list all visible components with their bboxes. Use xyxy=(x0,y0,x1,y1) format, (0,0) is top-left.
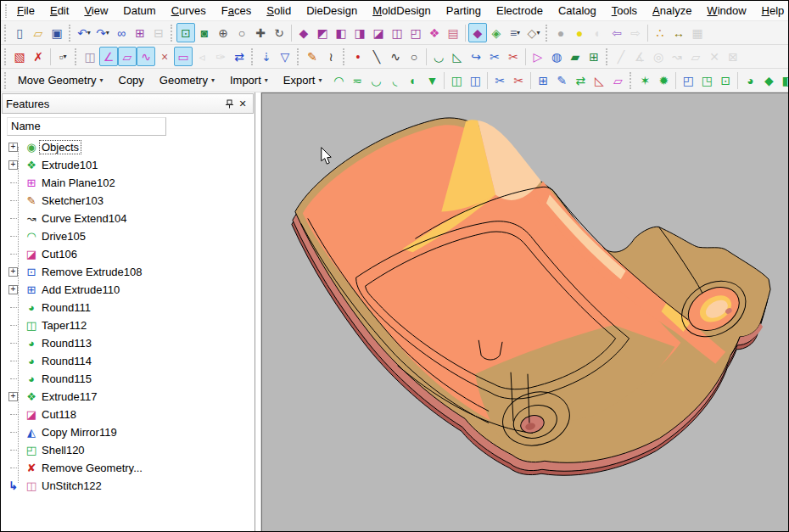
solid-hole-icon[interactable]: ⊡ xyxy=(716,70,735,90)
dropdown-arrow-icon[interactable]: ▾ xyxy=(265,76,268,84)
menu-help[interactable]: Help xyxy=(754,3,789,19)
tree-item-shell120[interactable]: ◰Shell120 xyxy=(1,441,255,459)
tree-item-round115[interactable]: ◕Round115 xyxy=(1,370,255,388)
tree-item-cut118[interactable]: ◪Cut118 xyxy=(1,406,255,423)
tree-item-remove-geometry[interactable]: ✘Remove Geometry... xyxy=(1,459,255,477)
menu-file[interactable]: File xyxy=(9,3,42,19)
menu-datum[interactable]: Datum xyxy=(115,3,163,19)
bend-surface-icon[interactable]: ◟ xyxy=(385,70,404,90)
pick-marquee-icon[interactable]: ▫▾ xyxy=(53,47,72,66)
revolve-surface-icon[interactable]: ◍ xyxy=(547,47,566,66)
redo-icon[interactable]: ↷▾ xyxy=(93,23,112,42)
add-material-icon[interactable]: ✶ xyxy=(635,70,654,90)
trim-curve-icon[interactable]: ✂ xyxy=(485,47,504,66)
menu-window[interactable]: Window xyxy=(699,3,753,19)
extend-curve-icon[interactable]: ↪ xyxy=(467,47,485,66)
sweep-surface-icon[interactable]: ▷ xyxy=(529,47,547,66)
replace-face-icon[interactable]: ⇄ xyxy=(571,70,590,90)
light-on-icon[interactable]: ● xyxy=(570,23,589,42)
tree-item-curve-extend104[interactable]: ↝Curve Extend104 xyxy=(1,210,255,227)
cut-curve-icon[interactable]: ✂ xyxy=(504,47,523,66)
remove-material-icon[interactable]: ✹ xyxy=(654,70,673,90)
pick-plane-icon[interactable]: ▭ xyxy=(174,47,193,66)
view-front-icon[interactable]: ◩ xyxy=(313,23,332,42)
round-corner-icon[interactable]: ◕ xyxy=(741,70,759,90)
pan-icon[interactable]: ✚ xyxy=(251,23,270,42)
tree-item-round111[interactable]: ◕Round111 xyxy=(1,299,255,316)
tree-item-objects[interactable]: +◉Objects xyxy=(1,138,255,156)
dropdown-arrow-icon[interactable]: ▾ xyxy=(87,30,91,36)
display-shaded-icon[interactable]: ◆ xyxy=(468,23,487,42)
tree-item-extrude117[interactable]: +❖Extrude117 xyxy=(1,388,255,406)
flip-normal-icon[interactable]: ◺ xyxy=(590,70,608,90)
open-shell-icon[interactable]: ◰ xyxy=(679,70,697,90)
zoom-window-icon[interactable]: ◙ xyxy=(195,23,214,42)
pick-face-icon[interactable]: ▱ xyxy=(118,47,137,66)
extend-surface-icon[interactable]: ≂ xyxy=(348,70,367,90)
view-back-icon[interactable]: ◫ xyxy=(388,23,406,42)
chamfer-curve-icon[interactable]: ◺ xyxy=(448,47,467,66)
menu-faces[interactable]: Faces xyxy=(214,3,259,19)
move-region-icon[interactable]: ⊞ xyxy=(534,70,552,90)
pin-icon[interactable] xyxy=(222,98,236,110)
tree-item-cut106[interactable]: ◪Cut106 xyxy=(1,245,255,263)
tree-item-copy-mirror119[interactable]: ◭Copy Mirror119 xyxy=(1,423,255,441)
fit-surface-icon[interactable]: ⊞ xyxy=(585,47,603,66)
menu-view[interactable]: View xyxy=(76,3,115,19)
menu-edit[interactable]: Edit xyxy=(42,3,76,19)
menu-analyze[interactable]: Analyze xyxy=(645,3,699,19)
dropdown-arrow-icon[interactable]: ▾ xyxy=(106,30,109,36)
menu-curves[interactable]: Curves xyxy=(164,3,214,19)
taper-solid-icon[interactable]: ◧ xyxy=(778,70,788,90)
light-off-icon[interactable]: ● xyxy=(551,23,570,42)
repaint-icon[interactable]: ⊡ xyxy=(176,23,195,42)
dropdown-arrow-icon[interactable]: ▾ xyxy=(63,53,66,60)
flatten-surface-icon[interactable]: ▰ xyxy=(566,47,585,66)
menu-electrode[interactable]: Electrode xyxy=(489,3,551,19)
view-lock-icon[interactable]: ❖ xyxy=(425,23,444,42)
drive-surface-icon[interactable]: ▼ xyxy=(422,70,441,90)
split-surface-icon[interactable]: ✂ xyxy=(490,70,509,90)
close-icon[interactable]: ✕ xyxy=(236,98,249,110)
expand-icon[interactable]: + xyxy=(8,392,18,401)
display-textured-icon[interactable]: ◈ xyxy=(487,23,506,42)
line-icon[interactable]: ╲ xyxy=(367,47,386,66)
pick-curve-icon[interactable]: ∿ xyxy=(137,47,155,66)
view-left-icon[interactable]: ◨ xyxy=(350,23,369,42)
solid-block-icon[interactable]: ◳ xyxy=(697,70,716,90)
dropdown-arrow-icon[interactable]: ▾ xyxy=(536,30,540,36)
save-file-icon[interactable]: ▣ xyxy=(48,23,66,42)
view-top-icon[interactable]: ◧ xyxy=(332,23,350,42)
chamfer-corner-icon[interactable]: ◆ xyxy=(759,70,778,90)
tree-item-main-plane102[interactable]: ⊞Main Plane102 xyxy=(1,174,255,192)
menu-solid[interactable]: Solid xyxy=(259,3,299,19)
tree-item-drive105[interactable]: ◠Drive105 xyxy=(1,227,255,245)
tree-item-unstitch122[interactable]: ↳◫UnStitch122 xyxy=(1,477,255,495)
menu-diedesign[interactable]: DieDesign xyxy=(299,3,365,19)
menu-parting[interactable]: Parting xyxy=(439,3,489,19)
measure-distance-icon[interactable]: ↔ xyxy=(669,23,688,42)
tree-item-add-extrude110[interactable]: +⊞Add Extrude110 xyxy=(1,281,255,299)
dropdown-arrow-icon[interactable]: ▾ xyxy=(517,30,520,36)
profile-curve-icon[interactable]: ≀ xyxy=(322,47,340,66)
panel-splitter[interactable] xyxy=(255,92,261,531)
copy-with-base-icon[interactable]: ⊞ xyxy=(131,23,149,42)
spline-icon[interactable]: ∿ xyxy=(386,47,405,66)
view-right-icon[interactable]: ◪ xyxy=(369,23,388,42)
edit-region-icon[interactable]: ✎ xyxy=(552,70,571,90)
menu-tools[interactable]: Tools xyxy=(604,3,645,19)
import-button[interactable]: Import▾ xyxy=(223,71,275,89)
fill-surface-icon[interactable]: ◡ xyxy=(367,70,385,90)
move-geometry-button[interactable]: Move Geometry▾ xyxy=(11,71,110,89)
select-by-type-icon[interactable]: ⇣ xyxy=(257,47,276,66)
zoom-icon[interactable]: ○ xyxy=(232,23,251,42)
viewport-3d[interactable] xyxy=(261,92,788,531)
selection-list-icon[interactable]: ⇄ xyxy=(230,47,249,66)
offset-surface-icon[interactable]: ◠ xyxy=(329,70,348,90)
pick-edge-icon[interactable]: ∠ xyxy=(99,47,118,66)
dropdown-arrow-icon[interactable]: ▾ xyxy=(318,76,322,84)
geometry-button[interactable]: Geometry▾ xyxy=(153,71,221,89)
sketch-icon[interactable]: ✎ xyxy=(303,47,322,66)
menu-molddesign[interactable]: MoldDesign xyxy=(365,3,439,19)
tree-item-remove-extrude108[interactable]: +⊡Remove Extrude108 xyxy=(1,263,255,281)
